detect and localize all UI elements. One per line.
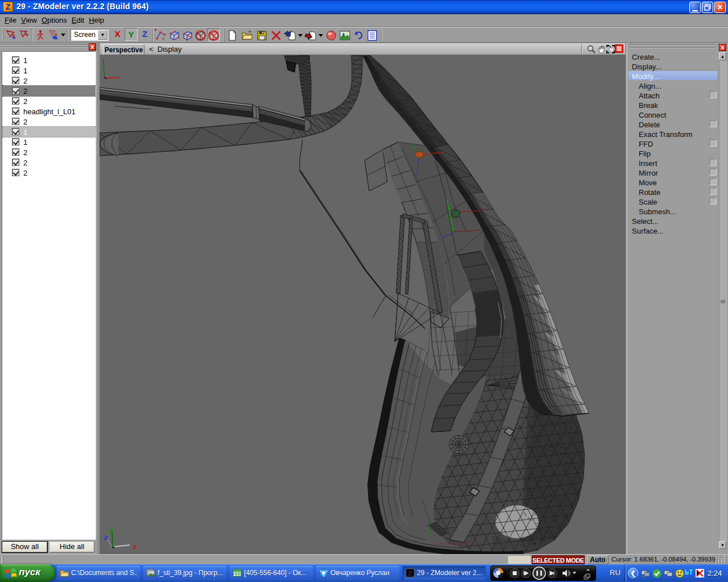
svg-text:y: y	[109, 527, 114, 535]
svg-text:x: x	[133, 543, 137, 551]
svg-text:z: z	[104, 534, 108, 542]
svg-text:Z: Z	[408, 569, 412, 577]
